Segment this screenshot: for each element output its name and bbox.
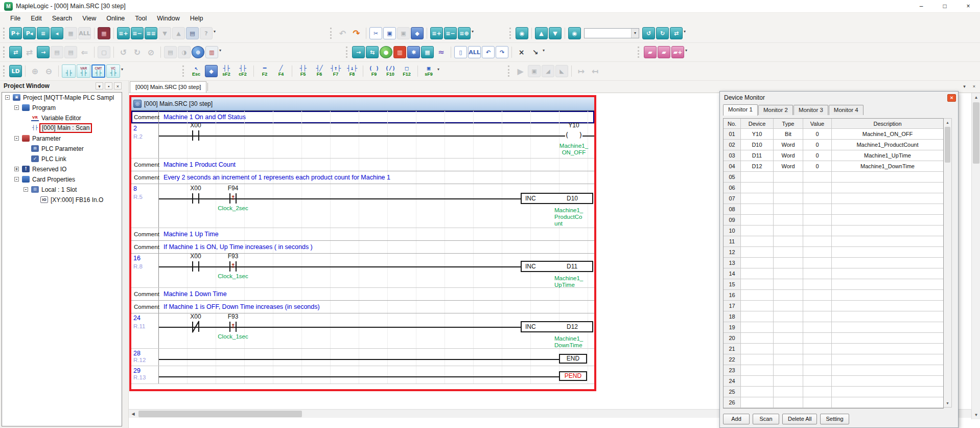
expand-icon[interactable]: +: [14, 167, 19, 171]
scroll-up-icon[interactable]: ▲: [972, 93, 980, 102]
cell-value[interactable]: [803, 226, 832, 236]
cell-description[interactable]: Machine1_ProductCount: [832, 140, 943, 150]
contact-x00-no[interactable]: X00: [191, 193, 201, 204]
device-monitor-row-17[interactable]: 17: [724, 301, 943, 311]
page-blank-icon[interactable]: ▯: [454, 46, 467, 58]
cell-type[interactable]: [774, 258, 803, 268]
cell-type[interactable]: [774, 365, 803, 376]
insert-line-icon[interactable]: ≡+: [430, 27, 443, 39]
device-monitor-scrollbar[interactable]: ▲ ▼: [944, 118, 952, 408]
close-button[interactable]: ×: [956, 0, 980, 12]
ladder-comment-row[interactable]: CommentMachine 1 Down Time: [131, 288, 594, 301]
device-monitor-row-22[interactable]: 22: [724, 354, 943, 365]
delete-all-button[interactable]: Delete All: [782, 414, 817, 424]
tree-item-card-properties[interactable]: -Card Properties: [2, 174, 122, 185]
collapse-icon[interactable]: -: [24, 187, 28, 192]
device-monitor-row-05[interactable]: 05: [724, 172, 943, 183]
cell-type[interactable]: Bit: [774, 129, 803, 140]
plc-sync-icon[interactable]: ⇆: [366, 46, 379, 58]
cell-description[interactable]: [832, 301, 943, 311]
menu-help[interactable]: Help: [185, 14, 208, 23]
contact-f93-pulse[interactable]: F93↑Clock_1sec: [228, 322, 238, 332]
combo-dropdown-icon[interactable]: ▾: [631, 29, 639, 38]
device-monitor-row-19[interactable]: 19: [724, 322, 943, 333]
cell-type[interactable]: [774, 333, 803, 344]
f10-coil-nc-tool[interactable]: (/)F10: [383, 64, 398, 78]
cell-type[interactable]: [774, 247, 803, 258]
run-transfer-icon[interactable]: →: [37, 46, 50, 58]
edit-icon[interactable]: ◆: [411, 27, 424, 39]
cell-device[interactable]: [741, 268, 774, 279]
sample-config-icon-dropdown-icon[interactable]: ▾: [685, 48, 687, 53]
collapse-icon[interactable]: -: [5, 95, 10, 100]
usage-meter-icon[interactable]: ▥: [205, 46, 218, 58]
minimize-button[interactable]: –: [909, 0, 933, 12]
cell-description[interactable]: [832, 172, 943, 183]
contact-x00-no[interactable]: X00: [191, 261, 201, 272]
add-program-icon[interactable]: ≡+: [117, 27, 130, 39]
cell-type[interactable]: [774, 354, 803, 365]
cell-description[interactable]: [832, 279, 943, 290]
cell-description[interactable]: [832, 354, 943, 365]
cell-value[interactable]: [803, 193, 832, 204]
ladder-rung-8[interactable]: 8R.5X00F94↑Clock_2secINCD10Machine1_Prod…: [131, 184, 594, 228]
contact-f93-pulse[interactable]: F93↑Clock_1sec: [228, 261, 238, 272]
cell-description[interactable]: [832, 258, 943, 268]
cell-device[interactable]: [741, 397, 774, 408]
cell-description[interactable]: [832, 311, 943, 322]
cell-type[interactable]: Word: [774, 140, 803, 150]
monitor-tab-monitor-4[interactable]: Monitor 4: [829, 105, 864, 115]
contact-x00-no[interactable]: X00: [191, 130, 201, 141]
cell-type[interactable]: [774, 268, 803, 279]
cell-type[interactable]: [774, 236, 803, 247]
cell-description[interactable]: [832, 290, 943, 301]
cell-device[interactable]: [741, 215, 774, 226]
cell-description[interactable]: [832, 376, 943, 387]
monitor-sync-icon[interactable]: ⇄: [670, 27, 683, 39]
horizontal-scroll-thumb[interactable]: [138, 411, 302, 417]
device-monitor-row-12[interactable]: 12: [724, 247, 943, 258]
cell-value[interactable]: [803, 172, 832, 183]
cell-value[interactable]: [803, 204, 832, 215]
page-all-icon[interactable]: ALL: [468, 46, 481, 58]
device-monitor-row-18[interactable]: 18: [724, 311, 943, 322]
cell-device[interactable]: [741, 258, 774, 268]
monitor-refresh-icon[interactable]: ↺: [642, 27, 655, 39]
cell-value[interactable]: [803, 311, 832, 322]
monitor-tab-monitor-2[interactable]: Monitor 2: [758, 105, 793, 115]
scroll-down-icon[interactable]: ▼: [972, 411, 980, 419]
device-monitor-row-08[interactable]: 08: [724, 204, 943, 215]
device-monitor-close-icon[interactable]: ×: [947, 94, 956, 102]
maximize-button[interactable]: □: [933, 0, 956, 12]
view-ladder-cmt-icon[interactable]: CMT┤├: [91, 64, 105, 78]
cell-device[interactable]: [741, 193, 774, 204]
cell-description[interactable]: [832, 344, 943, 354]
edit-pen-icon[interactable]: ◆: [205, 65, 218, 77]
sf9-set-coil-tool[interactable]: ▣sF9: [421, 64, 436, 78]
cell-device[interactable]: [741, 311, 774, 322]
panel-pin-icon[interactable]: ▪: [105, 82, 112, 89]
cell-type[interactable]: [774, 279, 803, 290]
device-monitor-row-23[interactable]: 23: [724, 365, 943, 376]
view-ladder-vc-icon[interactable]: VC┤├: [106, 64, 120, 78]
monitor-tab-monitor-3[interactable]: Monitor 3: [794, 105, 828, 115]
write-to-plc-icon[interactable]: ⇄: [9, 46, 22, 58]
add-button[interactable]: Add: [723, 414, 750, 424]
plc-error-icon[interactable]: ▥: [393, 46, 406, 58]
usage-meter-icon-dropdown-icon[interactable]: ▾: [219, 48, 221, 53]
menu-tool[interactable]: Tool: [130, 14, 152, 23]
force-cancel-icon[interactable]: ×: [515, 46, 528, 58]
cell-device[interactable]: [741, 279, 774, 290]
device-monitor-row-03[interactable]: 03D11Word0Machine1_UpTime: [724, 150, 943, 161]
cell-device[interactable]: D12: [741, 161, 774, 172]
output-coil-y10[interactable]: Y10()Machine1_ON_OFF: [565, 130, 582, 141]
contact-x00-nc[interactable]: X00: [191, 322, 201, 332]
cell-device[interactable]: D10: [741, 140, 774, 150]
cell-value[interactable]: [803, 247, 832, 258]
tree-item-project-mqtt-maple-plc-sampl[interactable]: -▣Project [MQTT-Maple PLC Sampl: [2, 93, 122, 103]
cell-value[interactable]: [803, 290, 832, 301]
tab-main-src[interactable]: [000] Main.SRC [30 step]: [130, 81, 206, 93]
end-box-pend[interactable]: PEND: [559, 371, 587, 381]
cell-type[interactable]: [774, 204, 803, 215]
vertical-scroll-thumb[interactable]: [973, 102, 979, 164]
